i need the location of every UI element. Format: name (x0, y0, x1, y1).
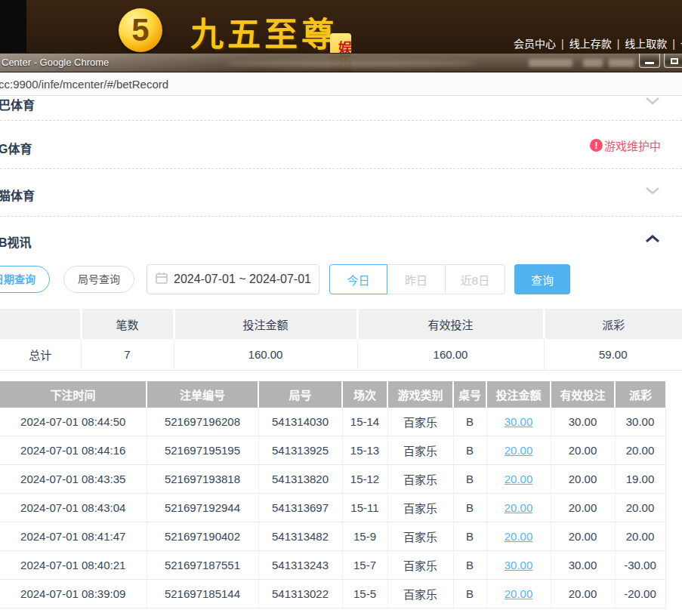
table-cell: 15-14 (342, 408, 387, 436)
last-8-days-button[interactable]: 近8日 (445, 264, 505, 294)
col-header-table-number: 桌号 (453, 381, 486, 408)
summary-header-row: 笔数 投注金额 有效投注 派彩 (0, 309, 682, 339)
nav-separator: | (617, 38, 620, 50)
table-cell: 2024-07-01 08:40:21 (0, 551, 147, 580)
date-query-tab[interactable]: 日期查询 (0, 266, 50, 293)
table-cell: 521697192944 (147, 494, 258, 522)
top-nav: 会员中心|线上存款|线上取款|一键 (514, 35, 682, 51)
col-header-game-type: 游戏类别 (387, 381, 453, 408)
nav-member-center[interactable]: 会员中心 (514, 38, 556, 50)
table-cell: 30.00 (551, 551, 615, 580)
window-titlebar[interactable]: Center - Google Chrome (0, 53, 682, 72)
table-row: 2024-07-01 08:40:21521697187551541313243… (0, 551, 665, 580)
table-cell: 541313243 (258, 551, 342, 580)
bet-table-body: 2024-07-01 08:44:50521697196208541314030… (0, 408, 665, 608)
minimize-button[interactable] (639, 54, 660, 68)
table-row: 2024-07-01 08:39:09521697185144541313022… (0, 580, 665, 608)
exclamation-icon: ! (590, 139, 603, 152)
accordion-section-g-sports[interactable]: G体育 ! 游戏维护中 (0, 121, 682, 169)
bet-amount-link[interactable]: 20.00 (505, 444, 533, 457)
bet-amount-link[interactable]: 20.00 (505, 587, 533, 600)
accordion-section-b-live[interactable]: B视讯 (0, 217, 682, 260)
chevron-down-icon[interactable] (646, 94, 659, 108)
screen: 5 九五至尊 娱乐城 会员中心|线上存款|线上取款|一键 Center - Go… (0, 0, 682, 616)
maintenance-text: 游戏维护中 (604, 137, 661, 153)
summary-table: 笔数 投注金额 有效投注 派彩 总计 7 160.00 160.00 59.00 (0, 309, 682, 371)
table-cell: 2024-07-01 08:41:47 (0, 522, 147, 551)
table-cell: 20.00 (615, 522, 665, 551)
summary-total-label: 总计 (0, 339, 81, 370)
table-cell: 521697193818 (147, 465, 258, 494)
table-cell: 百家乐 (387, 436, 453, 465)
accordion-section-panda-sports[interactable]: 猫体育 (0, 169, 682, 217)
today-button[interactable]: 今日 (329, 264, 387, 294)
table-cell: 20.00 (551, 465, 615, 494)
table-cell: 15-9 (342, 522, 387, 551)
table-row: 2024-07-01 08:44:50521697196208541314030… (0, 408, 665, 436)
table-cell: 15-11 (342, 494, 387, 522)
table-cell: 30.00 (615, 408, 665, 436)
bet-amount-link[interactable]: 20.00 (505, 501, 533, 514)
table-cell: 2024-07-01 08:43:04 (0, 494, 147, 522)
url-bar[interactable]: cc:9900/infe/mcenter/#/betRecord (0, 72, 682, 96)
summary-payout-value: 59.00 (544, 339, 682, 370)
col-header-session: 场次 (342, 381, 387, 408)
table-cell: 20.00 (551, 522, 615, 551)
table-cell: 2024-07-01 08:44:50 (0, 408, 147, 436)
table-cell: B (453, 551, 486, 580)
yesterday-button[interactable]: 昨日 (387, 264, 446, 294)
table-cell: 30.00 (486, 408, 551, 436)
col-header-round-number: 局号 (258, 381, 342, 408)
date-range-input[interactable]: 2024-07-01 ~ 2024-07-01 (147, 264, 319, 294)
url-text[interactable]: cc:9900/infe/mcenter/#/betRecord (0, 78, 168, 91)
bet-amount-link[interactable]: 30.00 (505, 415, 533, 428)
minimize-icon (645, 62, 654, 64)
table-cell: 20.00 (486, 436, 551, 465)
table-cell: 521697190402 (147, 522, 258, 551)
table-cell: 2024-07-01 08:44:16 (0, 436, 147, 465)
table-cell: 19.00 (615, 465, 665, 494)
bet-records-table: 下注时间 注单编号 局号 场次 游戏类别 桌号 投注金额 有效投注 派彩 202… (0, 381, 666, 609)
accordion-section-saba-sports[interactable]: 巴体育 (0, 96, 682, 121)
table-cell: 百家乐 (387, 580, 453, 608)
maintenance-badge: ! 游戏维护中 (590, 137, 661, 153)
table-row: 2024-07-01 08:44:16521697195195541313925… (0, 436, 665, 465)
table-cell: 541314030 (258, 408, 342, 436)
bet-amount-link[interactable]: 20.00 (505, 530, 533, 543)
table-cell: 15-5 (342, 580, 387, 608)
table-cell: 20.00 (551, 436, 615, 465)
table-cell: 521697196208 (147, 408, 258, 436)
table-cell: 521697187551 (147, 551, 258, 580)
section-label: B视讯 (0, 233, 32, 251)
table-cell: 2024-07-01 08:39:09 (0, 580, 147, 608)
summary-valid-bet-value: 160.00 (357, 339, 544, 370)
chevron-up-icon[interactable] (646, 232, 659, 245)
col-header-valid-bet: 有效投注 (551, 381, 615, 408)
table-cell: B (453, 580, 486, 608)
table-cell: 30.00 (486, 551, 551, 580)
table-cell: 百家乐 (387, 408, 453, 436)
maximize-button[interactable] (664, 54, 682, 68)
summary-header-valid-bet: 有效投注 (357, 309, 544, 339)
table-cell: -30.00 (615, 551, 665, 580)
col-header-payout: 派彩 (615, 381, 665, 408)
table-cell: 20.00 (551, 580, 615, 608)
table-cell: B (453, 494, 486, 522)
table-cell: 百家乐 (387, 551, 453, 580)
summary-count-value: 7 (81, 339, 174, 370)
table-cell: 20.00 (615, 436, 665, 465)
summary-header-payout: 派彩 (544, 309, 682, 339)
bet-amount-link[interactable]: 30.00 (505, 559, 533, 571)
chevron-down-icon[interactable] (646, 184, 659, 198)
nav-online-withdraw[interactable]: 线上取款 (625, 38, 667, 50)
table-cell: 百家乐 (387, 494, 453, 522)
round-query-tab[interactable]: 局号查询 (63, 266, 134, 293)
bet-amount-link[interactable]: 20.00 (505, 473, 533, 485)
table-cell: B (453, 408, 486, 436)
search-button[interactable]: 查询 (514, 264, 570, 294)
quick-range-group: 今日 昨日 近8日 (329, 264, 505, 294)
table-cell: 521697195195 (147, 436, 258, 465)
table-cell: 15-7 (342, 551, 387, 580)
table-cell: B (453, 465, 486, 494)
nav-online-deposit[interactable]: 线上存款 (569, 38, 612, 50)
